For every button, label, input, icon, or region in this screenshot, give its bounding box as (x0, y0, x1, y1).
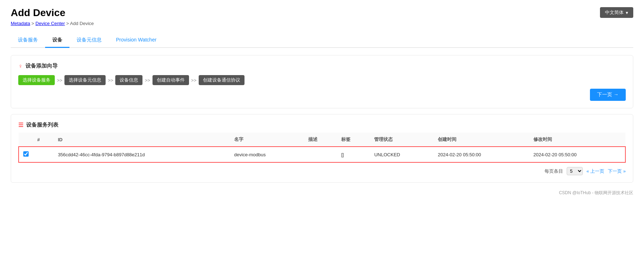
per-page-select[interactable]: 5 10 20 (567, 167, 583, 175)
table-header-row: # ID 名字 描述 标签 管理状态 创建时间 修改时间 (19, 133, 625, 147)
breadcrumb: Metadata > Device Center > Add Device (11, 21, 633, 26)
row-created-time: 2024-02-20 05:50:00 (434, 147, 529, 162)
col-admin-status: 管理状态 (370, 133, 434, 147)
col-num: # (33, 133, 54, 147)
row-desc (304, 147, 337, 162)
tab-device[interactable]: 设备 (45, 33, 69, 48)
page-title: Add Device (11, 7, 633, 19)
table-row[interactable]: 356cdd42-46cc-4fda-9794-b897d88e211d dev… (19, 147, 625, 162)
per-page-label: 每页条目 (544, 168, 563, 175)
wizard-step-1[interactable]: 选择设备服务 (18, 75, 55, 85)
wizard-step-2[interactable]: 选择设备元信息 (64, 75, 106, 85)
next-page-button[interactable]: 下一页 → (590, 89, 626, 101)
wizard-card: ♀ 设备添加向导 选择设备服务 >> 选择设备元信息 >> 设备信息 >> 创建… (11, 55, 633, 108)
tab-device-service[interactable]: 设备服务 (11, 33, 45, 48)
wizard-step-5[interactable]: 创建设备通信协议 (199, 75, 244, 85)
prev-page-button[interactable]: « 上一页 (586, 168, 604, 175)
wizard-title: ♀ 设备添加向导 (18, 63, 626, 69)
row-admin-status: UNLOCKED (370, 147, 434, 162)
breadcrumb-device-center[interactable]: Device Center (35, 21, 65, 26)
breadcrumb-metadata[interactable]: Metadata (11, 21, 30, 26)
footer: CSDN @IoTHub - 物联网开源技术社区 (11, 190, 633, 196)
row-id: 356cdd42-46cc-4fda-9794-b897d88e211d (54, 147, 230, 162)
wizard-step-3[interactable]: 设备信息 (115, 75, 142, 85)
row-checkbox-cell[interactable] (19, 147, 33, 162)
col-id: ID (54, 133, 230, 147)
table-card: ☰ 设备服务列表 # ID 名字 描述 标签 管理状态 创建时间 修改时间 (11, 114, 633, 183)
wizard-step-4[interactable]: 创建自动事件 (152, 75, 189, 85)
row-tags: [] (337, 147, 370, 162)
tab-bar: 设备服务 设备 设备元信息 Provision Watcher (11, 33, 633, 48)
breadcrumb-current: Add Device (70, 21, 94, 26)
language-button[interactable]: 中文简体 (600, 7, 633, 18)
row-name: device-modbus (230, 147, 304, 162)
table-icon: ☰ (18, 122, 23, 128)
wizard-icon: ♀ (18, 63, 23, 69)
next-page-button-pagination[interactable]: 下一页 » (608, 168, 626, 175)
table-section-header: ☰ 设备服务列表 (18, 122, 626, 128)
tab-device-metadata[interactable]: 设备元信息 (69, 33, 109, 48)
row-num (33, 147, 54, 162)
col-tags: 标签 (337, 133, 370, 147)
col-checkbox (19, 133, 33, 147)
col-modified-time: 修改时间 (529, 133, 625, 147)
wizard-steps: 选择设备服务 >> 选择设备元信息 >> 设备信息 >> 创建自动事件 >> 创… (18, 75, 626, 85)
col-name: 名字 (230, 133, 304, 147)
row-checkbox[interactable] (23, 151, 29, 157)
col-created-time: 创建时间 (434, 133, 529, 147)
row-modified-time: 2024-02-20 05:50:00 (529, 147, 625, 162)
tab-provision-watcher[interactable]: Provision Watcher (109, 33, 164, 48)
device-service-table: # ID 名字 描述 标签 管理状态 创建时间 修改时间 356cdd42-46… (18, 133, 626, 163)
col-desc: 描述 (304, 133, 337, 147)
pagination: 每页条目 5 10 20 « 上一页 下一页 » (18, 167, 626, 175)
